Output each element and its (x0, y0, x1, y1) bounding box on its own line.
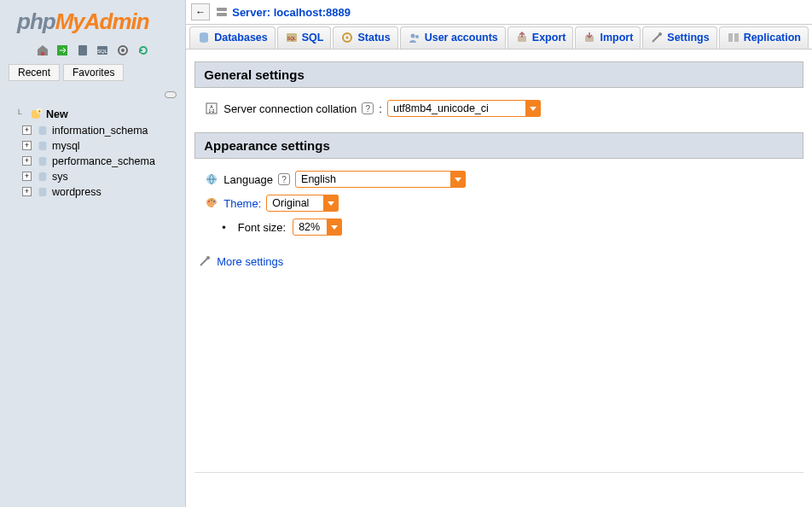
logout-icon[interactable] (55, 44, 69, 57)
help-icon[interactable]: ? (362, 102, 374, 114)
svg-point-32 (208, 201, 210, 202)
tree-db-item[interactable]: + performance_schema (17, 154, 178, 169)
home-icon[interactable] (36, 44, 49, 57)
panel-collapse-icon[interactable] (165, 91, 177, 98)
sidebar: phpMyAdmin SQL Recent Favorites └ ★ New … (0, 0, 186, 507)
svg-point-25 (658, 32, 662, 36)
svg-rect-27 (734, 33, 739, 42)
database-icon (37, 186, 49, 198)
expand-icon[interactable]: + (22, 141, 32, 150)
main: ← Server: localhost:8889 Databases SQLSQ… (186, 0, 812, 507)
svg-point-35 (206, 256, 210, 259)
tools-icon (198, 254, 212, 268)
svg-text:SQL: SQL (287, 36, 296, 41)
fontsize-label: Font size: (238, 221, 286, 234)
more-settings-link[interactable]: More settings (217, 255, 283, 268)
tree-db-label: sys (52, 171, 68, 183)
tab-user-accounts[interactable]: User accounts (400, 26, 506, 49)
users-icon (408, 31, 421, 44)
expand-icon[interactable]: + (22, 187, 32, 196)
section-general-heading: General settings (194, 61, 803, 88)
help-icon[interactable]: ? (278, 173, 290, 185)
docs-icon[interactable] (76, 44, 90, 57)
tree-line-icon: └ (12, 109, 26, 119)
tab-export[interactable]: Export (508, 26, 574, 49)
fontsize-select[interactable]: 82% (293, 219, 342, 236)
logo: phpMyAdmin (0, 0, 185, 39)
import-icon (583, 31, 596, 44)
navtabs: Databases SQLSQL Status User accounts Ex… (186, 25, 812, 50)
svg-text:SQL: SQL (97, 49, 108, 54)
expand-icon[interactable]: + (22, 156, 32, 166)
tab-sql[interactable]: SQLSQL (277, 26, 332, 49)
theme-select[interactable]: Original (266, 195, 339, 212)
theme-label[interactable]: Theme: (223, 197, 261, 210)
divider (194, 472, 803, 473)
database-icon (37, 125, 49, 137)
database-icon (37, 171, 49, 183)
gear-icon[interactable] (116, 44, 130, 57)
database-icon (37, 140, 49, 152)
topbar: ← Server: localhost:8889 (186, 0, 812, 25)
svg-point-33 (211, 200, 212, 201)
language-select[interactable]: English (295, 171, 466, 188)
tab-recent[interactable]: Recent (9, 64, 60, 81)
db-tree: └ ★ New + information_schema + mysql + (0, 106, 185, 200)
server-breadcrumb[interactable]: Server: localhost:8889 (215, 5, 351, 19)
tab-import[interactable]: Import (575, 26, 641, 49)
svg-text:1-2: 1-2 (209, 108, 215, 114)
svg-point-5 (121, 49, 125, 52)
tree-db-label: information_schema (52, 125, 148, 137)
tree-db-label: performance_schema (52, 155, 155, 167)
sidebar-tabs: Recent Favorites (0, 64, 185, 86)
status-icon (340, 31, 354, 44)
svg-point-21 (410, 34, 415, 38)
tab-status[interactable]: Status (333, 26, 397, 49)
collation-label: Server connection collation (223, 102, 357, 115)
databases-icon (197, 31, 211, 44)
sql-icon: SQL (285, 31, 299, 44)
svg-rect-1 (78, 45, 87, 55)
svg-rect-26 (728, 33, 733, 42)
expand-icon[interactable]: + (22, 172, 32, 181)
theme-icon (205, 196, 218, 210)
language-label: Language (223, 173, 273, 186)
collation-select[interactable]: utf8mb4_unicode_ci (387, 100, 541, 117)
tools-icon (650, 31, 664, 44)
tree-db-label: mysql (52, 140, 80, 152)
svg-point-20 (346, 37, 349, 39)
tree-db-label: wordpress (52, 186, 102, 198)
tree-db-item[interactable]: + mysql (17, 138, 178, 154)
svg-point-22 (415, 35, 419, 38)
database-icon (37, 155, 49, 167)
nav-back-button[interactable]: ← (191, 3, 210, 20)
sidebar-toolbar: SQL (0, 39, 185, 64)
tab-databases[interactable]: Databases (189, 26, 276, 49)
tree-new-label: New (46, 108, 68, 120)
svg-rect-15 (217, 13, 227, 16)
language-icon (205, 172, 218, 186)
tab-settings[interactable]: Settings (642, 26, 716, 49)
server-icon (215, 5, 229, 19)
tree-new[interactable]: └ ★ New (7, 106, 178, 123)
tab-replication[interactable]: Replication (719, 26, 809, 49)
replication-icon (727, 31, 740, 44)
svg-point-34 (213, 201, 215, 202)
sql-icon[interactable]: SQL (96, 44, 109, 57)
server-label: Server: localhost:8889 (232, 6, 351, 19)
new-db-icon: ★ (29, 108, 43, 121)
collation-icon: A1-2 (205, 102, 218, 115)
tab-favorites[interactable]: Favorites (63, 64, 124, 81)
tree-db-item[interactable]: + sys (17, 169, 178, 184)
tree-db-item[interactable]: + wordpress (17, 184, 178, 200)
svg-rect-14 (217, 8, 227, 11)
content: General settings A1-2 Server connection … (186, 50, 812, 507)
tree-db-item[interactable]: + information_schema (17, 123, 178, 138)
expand-icon[interactable]: + (22, 125, 32, 135)
refresh-icon[interactable] (136, 44, 150, 57)
export-icon (515, 31, 529, 44)
section-appearance-heading: Appearance settings (194, 132, 803, 159)
